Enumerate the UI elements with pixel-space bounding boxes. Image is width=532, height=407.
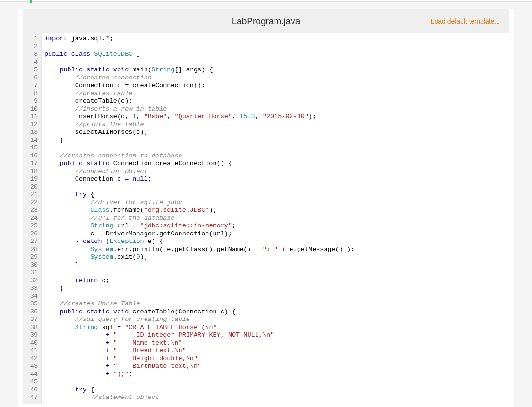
code-line[interactable]: import java.sql.*;	[44, 35, 506, 43]
code-line[interactable]: //creates table	[44, 90, 506, 98]
editor-container: LabProgram.java Load default template...…	[18, 9, 514, 407]
code-line[interactable]: //driver for sqlite jdbc	[44, 199, 506, 207]
code-line[interactable]: String sql = "CREATE TABLE Horse (\n"	[44, 324, 506, 332]
code-line[interactable]: //statement object	[44, 394, 506, 402]
code-line[interactable]: try {	[44, 191, 506, 199]
code-line[interactable]: }	[44, 261, 506, 269]
code-line[interactable]: Class.forName("org.sqlite.JDBC");	[44, 207, 506, 215]
code-line[interactable]: System.exit(0);	[44, 253, 506, 261]
code-line[interactable]	[44, 43, 506, 51]
code-line[interactable]: c = DriverManager.getConnection(url);	[44, 230, 506, 238]
code-line[interactable]: //connection object	[44, 168, 506, 176]
file-title: LabProgram.java	[232, 16, 300, 26]
code-line[interactable]: }	[44, 285, 506, 293]
code-editor[interactable]: 1 2 3 4 5 6 7 8 9 10 11 12 13 14 15 16 1…	[23, 33, 509, 404]
cursor-icon	[137, 51, 139, 57]
code-line[interactable]: //creates connection to database	[44, 152, 506, 160]
code-line[interactable]: + " ID integer PRIMARY KEY, NOT NULL,\n"	[44, 331, 506, 339]
line-number-gutter: 1 2 3 4 5 6 7 8 9 10 11 12 13 14 15 16 1…	[23, 33, 41, 404]
code-line[interactable]	[44, 293, 506, 301]
code-text-area[interactable]: import java.sql.*; public class SQLiteJD…	[41, 33, 509, 404]
code-line[interactable]: + " Name text,\n"	[44, 339, 506, 347]
code-line[interactable]: public class SQLiteJDBC	[44, 51, 506, 59]
code-line[interactable]: public static Connection createConnectio…	[44, 160, 506, 168]
code-line[interactable]: return c;	[44, 277, 506, 285]
code-line[interactable]: public static void main(String[] args) {	[44, 66, 506, 74]
code-line[interactable]: //sql query for creating table	[44, 316, 506, 324]
code-line[interactable]	[44, 59, 506, 67]
code-line[interactable]	[44, 269, 506, 277]
code-line[interactable]: //url for the database	[44, 215, 506, 223]
code-line[interactable]	[44, 183, 506, 191]
code-line[interactable]: String url = "jdbc:sqlite::in-memory";	[44, 222, 506, 230]
code-line[interactable]: + " Height double,\n"	[44, 355, 506, 363]
code-line[interactable]: //inserts a row in table	[44, 105, 506, 113]
code-line[interactable]: //prints the table	[44, 121, 506, 129]
code-line[interactable]	[44, 144, 506, 152]
code-line[interactable]: createTable(c);	[44, 97, 506, 105]
code-line[interactable]: + ");";	[44, 371, 506, 379]
code-line[interactable]: } catch (Exception e) {	[44, 238, 506, 246]
code-line[interactable]: + " BirthDate text,\n"	[44, 363, 506, 371]
code-line[interactable]	[44, 378, 506, 386]
code-line[interactable]: }	[44, 137, 506, 145]
page-top-bar	[0, 0, 532, 2]
code-line[interactable]: public static void createTable(Connectio…	[44, 308, 506, 316]
code-line[interactable]: insertHorse(c, 1, "Babe", "Quarter Horse…	[44, 113, 506, 121]
code-line[interactable]: Connection c = createConnection();	[44, 82, 506, 90]
editor-header: LabProgram.java Load default template...	[23, 9, 509, 33]
code-line[interactable]: System.err.println( e.getClass().getName…	[44, 246, 506, 254]
code-line[interactable]: + " Breed text,\n"	[44, 347, 506, 355]
code-line[interactable]: Connection c = null;	[44, 175, 506, 183]
code-line[interactable]: //creates connection	[44, 74, 506, 82]
load-default-template-link[interactable]: Load default template...	[300, 17, 500, 25]
code-line[interactable]: //creates Horse Table	[44, 300, 506, 308]
code-line[interactable]: try {	[44, 386, 506, 394]
code-line[interactable]: selectAllHorses(c);	[44, 129, 506, 137]
